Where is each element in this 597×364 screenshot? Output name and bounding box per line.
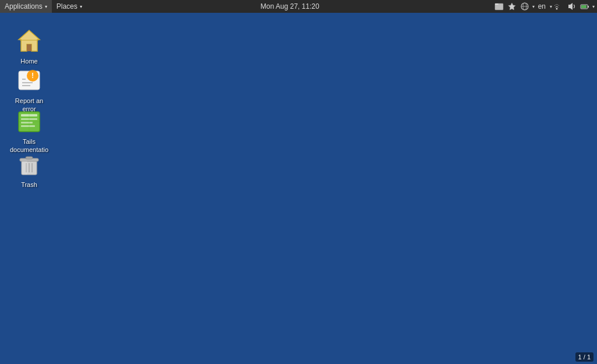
places-label: Places [57,2,78,10]
page-indicator: 1 / 1 [575,352,594,362]
svg-marker-2 [508,3,515,10]
svg-text:!: ! [31,72,34,80]
applications-menu[interactable]: Applications ▾ [0,0,52,13]
network-chevron: ▾ [532,4,535,9]
svg-rect-33 [22,161,27,175]
trash-icon-label: Trash [21,181,37,189]
svg-rect-1 [495,3,498,5]
trash-icon [15,150,43,178]
svg-rect-23 [21,122,33,123]
language-chevron: ▾ [550,4,552,9]
datetime-label: Mon Aug 27, 11:20 [261,2,319,10]
network-status-icon[interactable] [553,1,565,12]
svg-rect-29 [26,157,33,159]
battery-chevron: ▾ [592,4,595,9]
battery-icon[interactable] [579,1,591,12]
svg-rect-24 [21,125,35,127]
applications-label: Applications [5,2,43,10]
volume-icon[interactable] [566,1,578,12]
language-label: en [538,2,546,10]
home-icon [15,27,43,55]
svg-rect-9 [588,6,589,8]
desktop: Home ! Report an error [0,13,597,364]
report-error-icon: ! [15,66,43,94]
file-manager-icon[interactable] [493,1,505,12]
desktop-icon-trash[interactable]: Trash [6,148,52,191]
svg-rect-12 [27,44,31,51]
places-menu[interactable]: Places ▾ [52,0,87,13]
top-panel: Applications ▾ Places ▾ Mon Aug 27, 11:2… [0,0,597,13]
svg-rect-13 [20,40,38,41]
applications-chevron: ▾ [45,4,47,9]
svg-marker-7 [568,3,573,10]
network-icon[interactable] [519,1,531,12]
places-chevron: ▾ [80,4,82,9]
tails-docs-icon [15,107,43,135]
bookmark-icon[interactable] [506,1,518,12]
language-selector[interactable]: en [536,1,548,12]
svg-rect-10 [581,5,587,8]
svg-point-6 [556,8,558,10]
desktop-icon-home[interactable]: Home [6,24,52,68]
